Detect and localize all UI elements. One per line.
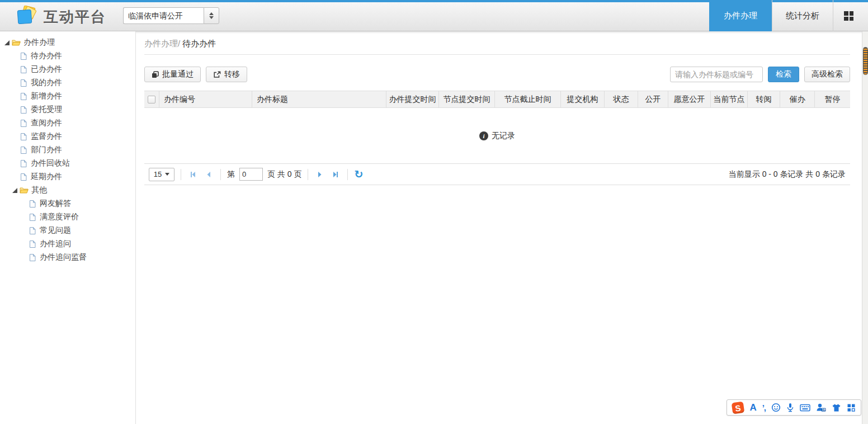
tshirt-icon [832,403,841,412]
tree-item-my-cases[interactable]: 我的办件 [0,76,135,89]
tree-item-label: 办件追问 [40,239,71,249]
search-button[interactable]: 检索 [768,67,799,82]
col-submit-org[interactable]: 提交机构 [560,91,604,107]
document-icon [28,253,37,262]
refresh-button[interactable]: ↻ [354,169,363,180]
last-page-button[interactable] [330,169,341,180]
col-public[interactable]: 公开 [638,91,668,107]
divider [308,169,308,180]
col-current-node[interactable]: 当前节点 [710,91,747,107]
site-selector-spinner-button[interactable] [204,7,219,24]
tab-label: 统计分析 [786,11,819,21]
first-page-button[interactable] [187,169,199,180]
tree-item-label: 其他 [31,185,47,195]
tab-label: 办件办理 [724,11,757,21]
tree-item-satisfaction-rating[interactable]: 满意度评价 [0,210,135,224]
tree-item-case-recycle-bin[interactable]: 办件回收站 [0,157,135,170]
select-all-checkbox[interactable] [148,96,155,103]
document-icon [19,146,28,154]
folder-open-icon [12,39,21,47]
document-icon [19,173,28,181]
col-submit-time[interactable]: 办件提交时间 [386,91,438,107]
apps-grid-button[interactable] [836,0,861,31]
ime-skin-button[interactable] [832,403,841,412]
spinner-down-icon [209,16,214,19]
col-urge[interactable]: 催办 [780,91,814,107]
tree-item-entrusted-acceptance[interactable]: 委托受理 [0,103,135,116]
tree-item-label: 满意度评价 [40,212,79,222]
tree-item-delayed-cases[interactable]: 延期办件 [0,170,135,183]
document-icon [19,79,28,87]
ime-language-toggle[interactable]: A [749,402,756,413]
next-page-button[interactable] [314,169,326,180]
col-case-title[interactable]: 办件标题 [252,91,386,107]
empty-state: i 无记录 [144,108,850,163]
ime-voice-button[interactable] [786,403,794,412]
ime-punctuation-toggle[interactable]: ’, [762,403,766,412]
tree-item-faq[interactable]: 常见问题 [0,224,135,237]
tree-item-netizen-answers[interactable]: 网友解答 [0,197,135,210]
tree-item-supervise-cases[interactable]: 监督办件 [0,130,135,143]
tree-item-label: 部门办件 [31,145,62,155]
spinner-up-icon [209,12,214,15]
search-input[interactable] [670,67,763,82]
sogou-logo-icon[interactable]: S [732,401,745,414]
divider [144,54,850,55]
document-icon [28,200,37,208]
smiley-icon [771,403,781,412]
col-node-submit-time[interactable]: 节点提交时间 [438,91,494,107]
col-willing-public[interactable]: 愿意公开 [668,91,710,107]
top-header: 互动平台 临淄依申请公开 办件办理 统计分析 [0,0,868,31]
document-icon [19,119,28,128]
app-title: 互动平台 [44,7,106,27]
tree-item-review-cases[interactable]: 查阅办件 [0,116,135,130]
tree-expand-icon[interactable] [11,187,18,194]
tree-item-label: 新增办件 [31,91,62,101]
table-toolbar: 批量通过 转移 [144,67,247,82]
tab-statistics[interactable]: 统计分析 [772,0,833,31]
tree-item-label: 委托受理 [31,105,62,115]
batch-pass-button[interactable]: 批量通过 [144,67,201,82]
transfer-button[interactable]: 转移 [206,67,247,82]
document-icon [19,52,28,60]
prev-page-icon [205,171,213,178]
page-number-input[interactable] [239,168,263,181]
page-label-suffix: 页 共 0 页 [267,169,301,180]
ime-emoji-button[interactable] [771,403,781,412]
tree-item-department-cases[interactable]: 部门办件 [0,143,135,157]
site-selector-combobox[interactable]: 临淄依申请公开 [123,7,219,24]
document-icon [19,133,28,141]
next-page-icon [316,171,324,178]
vertical-scrollbar-thumb[interactable] [863,47,868,75]
tree-item-case-followup-supervision[interactable]: 办件追问监督 [0,251,135,264]
tab-case-handling[interactable]: 办件办理 [709,0,772,31]
col-case-number[interactable]: 办件编号 [159,91,252,107]
tree-item-label: 已办办件 [31,64,62,74]
tree-item-label: 待办办件 [31,51,62,61]
site-selector-value[interactable]: 临淄依申请公开 [123,7,204,24]
col-pause[interactable]: 暂停 [814,91,850,107]
col-forward-read[interactable]: 转阅 [747,91,780,107]
col-status[interactable]: 状态 [604,91,638,107]
tree-item-completed-cases[interactable]: 已办办件 [0,63,135,76]
tree-folder-case-handling[interactable]: 办件办理 [0,36,135,49]
tree-item-label: 网友解答 [40,199,71,209]
tree-item-pending-cases[interactable]: 待办办件 [0,49,135,63]
col-node-deadline[interactable]: 节点截止时间 [494,91,560,107]
empty-state-text: 无记录 [492,131,515,141]
breadcrumb-current: 待办办件 [182,39,216,48]
tree-item-case-followup[interactable]: 办件追问 [0,237,135,251]
vertical-scrollbar-track[interactable] [862,31,868,424]
divider [181,169,181,180]
advanced-search-button[interactable]: 高级检索 [804,67,850,82]
prev-page-button[interactable] [203,169,214,180]
page-size-select[interactable]: 15 [149,168,174,181]
tree-item-new-case[interactable]: 新增办件 [0,89,135,103]
tree-folder-other[interactable]: 其他 [0,183,135,197]
ime-toolbox-button[interactable] [847,403,856,412]
document-icon [28,213,37,222]
ime-account-button[interactable]: 19 [816,403,826,412]
page-label-prefix: 第 [227,169,235,180]
tree-expand-icon[interactable] [3,39,11,46]
ime-keyboard-button[interactable] [800,404,810,412]
